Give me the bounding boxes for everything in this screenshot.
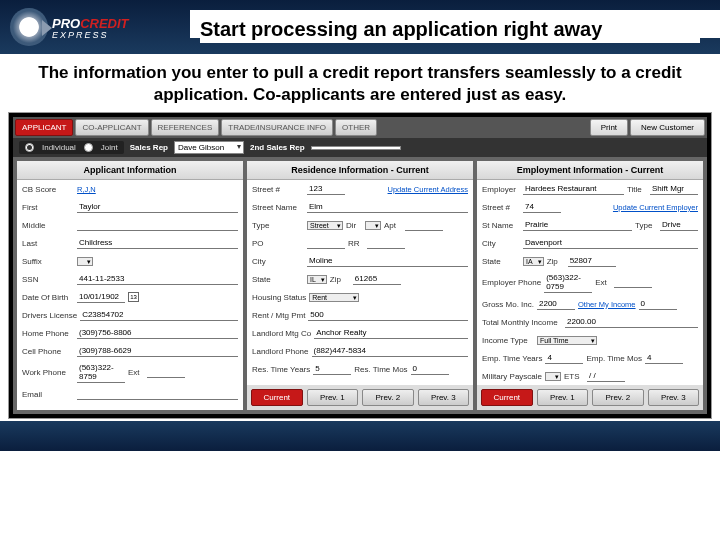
res-type-label: Type (252, 221, 304, 230)
res-dir-select[interactable] (365, 221, 381, 230)
title-label: Title (627, 185, 647, 194)
last-input[interactable]: Childress (77, 237, 238, 249)
res-apt-input[interactable] (405, 220, 443, 231)
res-dir-label: Dir (346, 221, 362, 230)
radio-individual[interactable] (25, 143, 34, 152)
radio-joint[interactable] (84, 143, 93, 152)
new-customer-button[interactable]: New Customer (630, 119, 705, 136)
emp-stname-input[interactable]: Prairie (523, 219, 632, 231)
cellphone-input[interactable]: (309)788-6629 (77, 345, 238, 357)
dl-input[interactable]: C23854702 (80, 309, 238, 321)
rent-input[interactable]: 500 (308, 309, 468, 321)
res-apt-label: Apt (384, 221, 402, 230)
res-city-input[interactable]: Moline (307, 255, 468, 267)
res-po-input[interactable] (307, 238, 345, 249)
total-income-label: Total Monthly Income (482, 318, 562, 327)
ets-input[interactable]: / / (587, 370, 625, 382)
header-bar: PROCREDIT EXPRESS Start processing an ap… (0, 0, 720, 54)
ext-input[interactable] (147, 367, 185, 378)
ssn-label: SSN (22, 275, 74, 284)
dl-label: Drivers License (22, 311, 77, 320)
update-address-link[interactable]: Update Current Address (388, 185, 468, 194)
footer-gradient (0, 421, 720, 451)
res-streetname-input[interactable]: Elm (307, 201, 468, 213)
cbscore-link[interactable]: R,J,N (77, 185, 96, 194)
resyrs-input[interactable]: 5 (313, 363, 351, 375)
gross-input[interactable]: 2200 (537, 298, 575, 310)
calendar-icon[interactable]: 13 (128, 292, 139, 302)
tab-coapplicant[interactable]: CO-APPLICANT (75, 119, 148, 136)
tab-references[interactable]: REFERENCES (151, 119, 220, 136)
res-streetname-label: Street Name (252, 203, 304, 212)
empmos-input[interactable]: 4 (645, 352, 683, 364)
application-frame: APPLICANT CO-APPLICANT REFERENCES TRADE/… (8, 112, 712, 419)
emp-state-select[interactable]: IA (523, 257, 544, 266)
middle-input[interactable] (77, 220, 238, 231)
emp-streetnum-input[interactable]: 74 (523, 201, 561, 213)
employment-history-buttons: Current Prev. 1 Prev. 2 Prev. 3 (477, 385, 703, 410)
title-input[interactable]: Shift Mgr (650, 183, 698, 195)
update-employer-link[interactable]: Update Current Employer (613, 203, 698, 212)
resmos-input[interactable]: 0 (411, 363, 449, 375)
res-state-label: State (252, 275, 304, 284)
tab-applicant[interactable]: APPLICANT (15, 119, 73, 136)
salesrep-select[interactable]: Dave Gibson (174, 141, 244, 154)
suffix-select[interactable] (77, 257, 93, 266)
res-rr-input[interactable] (367, 238, 405, 249)
emp-current-button[interactable]: Current (481, 389, 533, 406)
residence-info-panel: Residence Information - Current Street #… (247, 161, 473, 410)
emp-prev3-button[interactable]: Prev. 3 (648, 389, 700, 406)
empmos-label: Emp. Time Mos (586, 354, 642, 363)
landlord-input[interactable]: Anchor Realty (314, 327, 468, 339)
email-input[interactable] (77, 389, 238, 400)
salesrep2-select[interactable] (311, 146, 401, 150)
empyrs-input[interactable]: 4 (545, 352, 583, 364)
dob-label: Date Of Birth (22, 293, 74, 302)
dob-input[interactable]: 10/01/1902 (77, 291, 125, 303)
res-prev3-button[interactable]: Prev. 3 (418, 389, 470, 406)
print-button[interactable]: Print (590, 119, 628, 136)
other-income-input[interactable]: 0 (639, 298, 677, 310)
emp-state-label: State (482, 257, 520, 266)
housing-select[interactable]: Rent (309, 293, 359, 302)
tab-other[interactable]: OTHER (335, 119, 377, 136)
emp-ext-input[interactable] (614, 277, 652, 288)
res-state-select[interactable]: IL (307, 275, 327, 284)
res-prev2-button[interactable]: Prev. 2 (362, 389, 414, 406)
resyrs-label: Res. Time Years (252, 365, 310, 374)
emp-phone-input[interactable]: (563)322-0759 (544, 272, 592, 293)
res-streetnum-input[interactable]: 123 (307, 183, 345, 195)
first-label: First (22, 203, 74, 212)
res-zip-input[interactable]: 61265 (353, 273, 401, 285)
other-income-link[interactable]: Other My Income (578, 300, 636, 309)
tab-trade-insurance[interactable]: TRADE/INSURANCE INFO (221, 119, 333, 136)
emp-ext-label: Ext (595, 278, 611, 287)
res-type-select[interactable]: Street (307, 221, 343, 230)
emp-type-input[interactable]: Drive (660, 219, 698, 231)
res-current-button[interactable]: Current (251, 389, 303, 406)
homephone-label: Home Phone (22, 329, 74, 338)
workphone-input[interactable]: (563)322-8759 (77, 362, 125, 383)
first-input[interactable]: Taylor (77, 201, 238, 213)
applicant-info-panel: Applicant Information CB ScoreR,J,N Firs… (17, 161, 243, 410)
employer-input[interactable]: Hardees Restaurant (523, 183, 624, 195)
empyrs-label: Emp. Time Years (482, 354, 542, 363)
emp-city-input[interactable]: Davenport (523, 237, 698, 249)
res-prev1-button[interactable]: Prev. 1 (307, 389, 359, 406)
homephone-input[interactable]: (309)756-8806 (77, 327, 238, 339)
inctype-select[interactable]: Full Time (537, 336, 597, 345)
landlordphone-label: Landlord Phone (252, 347, 309, 356)
total-income-input[interactable]: 2200.00 (565, 316, 698, 328)
emp-type-label: Type (635, 221, 657, 230)
landlordphone-input[interactable]: (882)447-5834 (312, 345, 469, 357)
email-label: Email (22, 390, 74, 399)
emp-streetnum-label: Street # (482, 203, 520, 212)
emp-prev2-button[interactable]: Prev. 2 (592, 389, 644, 406)
emp-zip-input[interactable]: 52807 (568, 255, 616, 267)
suffix-label: Suffix (22, 257, 74, 266)
housing-label: Housing Status (252, 293, 306, 302)
military-select[interactable] (545, 372, 561, 381)
ssn-input[interactable]: 441-11-2533 (77, 273, 238, 285)
res-po-label: PO (252, 239, 304, 248)
emp-prev1-button[interactable]: Prev. 1 (537, 389, 589, 406)
